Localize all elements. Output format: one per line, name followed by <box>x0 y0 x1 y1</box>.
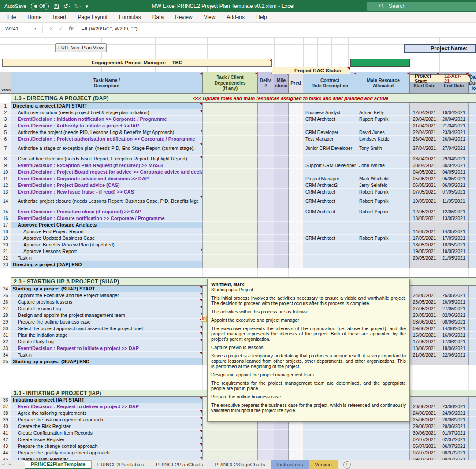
cell-wbs[interactable]: 18 <box>0 228 11 235</box>
cell-mile[interactable] <box>274 261 289 268</box>
cell-deliv[interactable] <box>258 215 274 222</box>
cell-task[interactable]: Event/Decision : Project Board request f… <box>11 169 203 175</box>
cell-deliv[interactable] <box>258 430 274 436</box>
cell-mile[interactable] <box>274 235 289 242</box>
cell-mile[interactable] <box>274 215 289 222</box>
cell-mile[interactable] <box>274 456 289 460</box>
cell-end[interactable]: 27/04/2021 <box>439 142 469 156</box>
cell-end[interactable]: 12/05/2021 <box>439 208 469 215</box>
cell-dur[interactable]: 1 <box>469 116 476 123</box>
name-box[interactable]: W241 ▾ <box>0 26 39 31</box>
cell-dur[interactable]: 2 <box>469 450 476 456</box>
cell-deliv[interactable] <box>258 261 274 268</box>
cell-mile[interactable] <box>274 169 289 175</box>
cell-wbs[interactable]: 45 <box>0 456 11 460</box>
cell-task[interactable]: Event/Decision : Initiation notification… <box>11 116 203 123</box>
cell-dur[interactable]: 1 <box>469 208 476 215</box>
cell-dur[interactable]: 4 <box>469 319 476 325</box>
cell-end[interactable]: 22/06/2021 <box>439 352 469 358</box>
cell-deliv[interactable] <box>258 222 274 228</box>
cell-res[interactable]: Robert Pupnik <box>357 208 410 215</box>
cell-role[interactable] <box>303 261 357 268</box>
cell-pred[interactable] <box>289 443 303 450</box>
cell-deps[interactable] <box>203 182 258 189</box>
cell-end[interactable]: 19/05/2021 <box>439 248 469 255</box>
cell-end[interactable]: 02/06/2021 <box>439 312 469 319</box>
cell-mile[interactable] <box>274 443 289 450</box>
cell-res[interactable] <box>357 215 410 222</box>
cell-res[interactable]: Rupert Pupnik <box>357 116 410 123</box>
cell-task[interactable]: Task n <box>11 255 203 261</box>
cell-res[interactable] <box>357 222 410 228</box>
cell-end[interactable] <box>439 358 469 365</box>
cell-dur[interactable]: 1 <box>469 345 476 352</box>
cell-deliv[interactable] <box>258 195 274 208</box>
cell-deps[interactable] <box>203 123 258 129</box>
cell-pred[interactable] <box>289 142 303 156</box>
cell-dur[interactable]: 2 <box>469 417 476 423</box>
cell-role[interactable] <box>303 169 357 175</box>
cell-end[interactable]: 01/07/2021 <box>439 430 469 436</box>
cell-deliv[interactable] <box>258 189 274 195</box>
sheet-tab-prince2plantables[interactable]: PRINCE2PlanTables <box>92 460 150 469</box>
cell-wbs[interactable]: 35 <box>0 358 11 365</box>
cell-task[interactable]: Directing a project (DAP) END <box>11 261 203 268</box>
cell-deliv[interactable] <box>258 456 274 460</box>
cell-dur[interactable]: 4 <box>469 312 476 319</box>
cell-wbs[interactable]: 5 <box>0 129 11 136</box>
cell-task[interactable]: Create Lessons Log <box>11 305 203 312</box>
cell-res[interactable]: Mark Whitfield <box>357 175 410 182</box>
cell-start[interactable]: 23/06/2021 <box>410 403 439 410</box>
cell-start[interactable]: 15/06/2021 <box>410 332 439 339</box>
cell-role[interactable] <box>303 242 357 248</box>
cell-deliv[interactable] <box>258 228 274 235</box>
cell-wbs[interactable]: 12 <box>0 182 11 189</box>
cell-dur[interactable] <box>469 103 476 109</box>
cell-dur[interactable]: 1 <box>469 123 476 129</box>
cell-mile[interactable] <box>274 248 289 255</box>
cell-pred[interactable] <box>289 175 303 182</box>
column-header-wbs[interactable]: WBS <box>0 72 11 94</box>
cell-end[interactable]: 26/05/2021 <box>439 299 469 305</box>
cell-role[interactable]: CRM Architect2 <box>303 182 357 189</box>
search-box[interactable]: Search <box>367 2 476 11</box>
cell-dur[interactable]: 1 <box>469 189 476 195</box>
cell-role[interactable] <box>303 222 357 228</box>
cell-start[interactable]: 29/06/2021 <box>410 423 439 430</box>
cell-pred[interactable] <box>289 189 303 195</box>
cell-wbs[interactable]: 42 <box>0 436 11 443</box>
cell-start[interactable] <box>410 286 439 292</box>
cell-start[interactable]: 18/06/2021 <box>410 345 439 352</box>
cell-res[interactable]: Jerry Seinfeld <box>357 182 410 189</box>
cell-deliv[interactable] <box>258 208 274 215</box>
cell-wbs[interactable]: 4 <box>0 123 11 129</box>
cell-pred[interactable] <box>289 242 303 248</box>
cell-task[interactable]: Give ad hoc direction (needs Issue Repor… <box>11 156 203 162</box>
column-header-deps[interactable]: Task / Client Dependencies (if any) <box>203 72 258 94</box>
cell-pred[interactable] <box>289 162 303 169</box>
cell-deliv[interactable] <box>258 242 274 248</box>
cell-pred[interactable] <box>289 228 303 235</box>
cell-wbs[interactable]: 15 <box>0 208 11 215</box>
cell-start[interactable]: 20/04/2021 <box>410 116 439 123</box>
cell-end[interactable]: 23/06/2021 <box>439 403 469 410</box>
cell-start[interactable]: 14/05/2021 <box>410 228 439 235</box>
cell-start[interactable]: 18/05/2021 <box>410 242 439 248</box>
cell-dur[interactable]: 2 <box>469 129 476 136</box>
cell-task[interactable]: Create the Risk Register <box>11 423 203 430</box>
cell-wbs[interactable]: 3 <box>0 116 11 123</box>
cell-wbs[interactable]: 40 <box>0 423 11 430</box>
cell-start[interactable]: 05/07/2021 <box>410 443 439 450</box>
cell-task[interactable]: Approve Project Closure Artefacts <box>11 222 203 228</box>
cell-start[interactable]: 09/07/2021 <box>410 456 439 460</box>
cell-end[interactable]: 26/04/2021 <box>439 136 469 142</box>
cell-role[interactable]: CRM Architect <box>303 189 357 195</box>
cell-end[interactable]: 14/05/2021 <box>439 228 469 235</box>
cell-role[interactable]: CRM Architect <box>303 235 357 242</box>
cell-mile[interactable] <box>274 175 289 182</box>
cell-res[interactable] <box>357 450 410 456</box>
cell-wbs[interactable]: 37 <box>0 403 11 410</box>
cell-task[interactable]: Event/Decision : Request to deliver a pr… <box>11 403 203 410</box>
cell-task[interactable]: Create Configuration Item Records <box>11 430 203 436</box>
cell-pred[interactable] <box>289 156 303 162</box>
